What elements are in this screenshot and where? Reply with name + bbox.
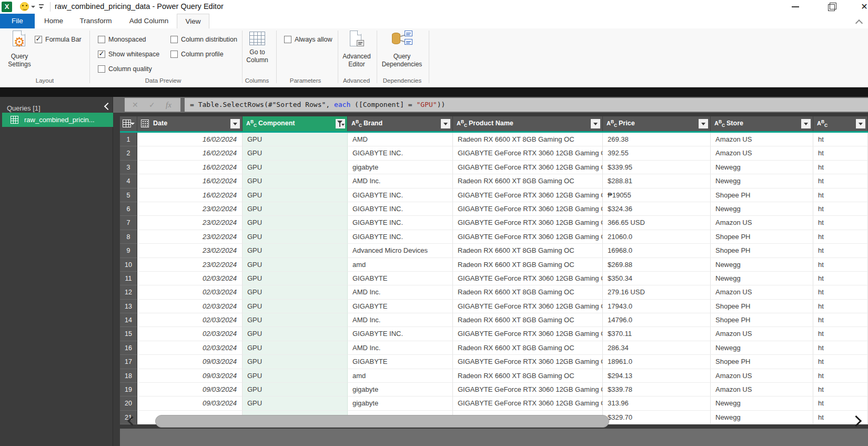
fx-icon[interactable]: fx [166, 98, 171, 112]
cell[interactable]: GPU [243, 216, 348, 230]
cell[interactable]: 14796.0 [603, 313, 711, 327]
cell[interactable]: GIGABYTE GeForce RTX 3060 12GB Gaming OC [453, 230, 603, 244]
cell[interactable]: Shopee PH [711, 189, 813, 202]
cell[interactable]: $350.34 [603, 272, 711, 285]
cell[interactable]: 23/02/2024 [137, 202, 243, 216]
cell[interactable]: AMD Inc. [348, 285, 453, 299]
cell[interactable]: gigabyte [348, 161, 453, 174]
cell[interactable]: gigabyte [348, 383, 453, 397]
cell[interactable]: Amazon US [711, 285, 813, 299]
cell[interactable]: GPU [243, 285, 348, 299]
cell[interactable]: ht [813, 174, 868, 188]
cell[interactable]: 09/03/2024 [137, 397, 243, 410]
cell[interactable]: Newegg [711, 258, 813, 272]
cell[interactable]: 269.38 [603, 133, 711, 146]
checkbox-formula-bar[interactable]: Formula Bar [35, 35, 82, 44]
cell[interactable]: Newegg [711, 174, 813, 188]
cell[interactable]: ht [813, 258, 868, 272]
cell[interactable]: amd [348, 369, 453, 383]
cell[interactable]: ht [813, 285, 868, 299]
horizontal-scrollbar[interactable] [120, 414, 868, 429]
commit-formula-icon[interactable]: ✓ [149, 98, 155, 112]
select-all-corner[interactable] [120, 116, 137, 131]
cell[interactable]: 02/03/2024 [137, 341, 243, 355]
tab-file[interactable]: File [0, 14, 35, 28]
cell[interactable]: 02/03/2024 [137, 272, 243, 285]
cell[interactable]: GPU [243, 397, 348, 410]
cell[interactable]: 23/02/2024 [137, 230, 243, 244]
cell[interactable]: GPU [243, 327, 348, 341]
cell[interactable]: ht [813, 341, 868, 355]
query-item[interactable]: raw_combined_pricin... [2, 113, 113, 127]
row-number[interactable]: 13 [120, 300, 137, 313]
query-dependencies-button[interactable]: Query Dependencies [379, 31, 425, 68]
cell[interactable]: GIGABYTE GeForce RTX 3060 12GB Gaming OC [453, 189, 603, 202]
column-dropdown-button[interactable] [699, 119, 708, 128]
cell[interactable]: 16/02/2024 [137, 161, 243, 174]
cell[interactable]: Radeon RX 6600 XT 8GB Gaming OC [453, 174, 603, 188]
cell[interactable]: 16/02/2024 [137, 146, 243, 160]
row-number[interactable]: 9 [120, 244, 137, 257]
row-number[interactable]: 8 [120, 230, 137, 244]
cell[interactable]: Radeon RX 6600 XT 8GB Gaming OC [453, 341, 603, 355]
column-dropdown-button[interactable] [591, 119, 600, 128]
column-dropdown-button[interactable] [230, 119, 240, 128]
column-dropdown-button[interactable] [441, 119, 450, 128]
cell[interactable]: $370.11 [603, 327, 711, 341]
cell[interactable]: 23/02/2024 [137, 244, 243, 257]
cell[interactable]: ht [813, 369, 868, 383]
cell[interactable]: GIGABYTE GeForce RTX 3060 12GB Gaming OC [453, 327, 603, 341]
checkbox-always-allow[interactable]: Always allow [284, 35, 332, 44]
cell[interactable]: GPU [243, 313, 348, 327]
cell[interactable]: Amazon US [711, 146, 813, 160]
cell[interactable]: 23/02/2024 [137, 258, 243, 272]
cell[interactable]: Newegg [711, 161, 813, 174]
row-number[interactable]: 3 [120, 161, 137, 174]
minimize-button[interactable] [786, 0, 804, 14]
cell[interactable]: GPU [243, 369, 348, 383]
checkbox-column-distribution[interactable]: Column distribution [170, 35, 237, 44]
cell[interactable]: Shopee PH [711, 355, 813, 369]
cell[interactable]: GPU [243, 202, 348, 216]
cell[interactable]: GIGABYTE INC. [348, 216, 453, 230]
column-header-component[interactable]: ABCComponent [243, 116, 348, 131]
cell[interactable]: $324.36 [603, 202, 711, 216]
cell[interactable]: ht [813, 133, 868, 146]
cell[interactable]: $294.13 [603, 369, 711, 383]
cell[interactable]: GIGABYTE GeForce RTX 3060 12GB Gaming OC [453, 216, 603, 230]
cell[interactable]: ht [813, 146, 868, 160]
cell[interactable]: GIGABYTE GeForce RTX 3060 12GB Gaming OC [453, 202, 603, 216]
query-settings-button[interactable]: ⚙ Query Settings [4, 31, 35, 68]
cell[interactable]: 02/03/2024 [137, 285, 243, 299]
tab-transform[interactable]: Transform [74, 14, 118, 28]
formula-input[interactable]: = Table.SelectRows(#"Sorted Rows", each … [185, 98, 868, 112]
cell[interactable]: ht [813, 202, 868, 216]
row-number[interactable]: 14 [120, 313, 137, 327]
cell[interactable]: AMD Inc. [348, 174, 453, 188]
cell[interactable]: 279.16 USD [603, 285, 711, 299]
row-number[interactable]: 19 [120, 383, 137, 397]
row-number[interactable]: 2 [120, 146, 137, 160]
cell[interactable]: AMD Inc. [348, 341, 453, 355]
restore-button[interactable] [822, 0, 840, 14]
cell[interactable]: 09/03/2024 [137, 369, 243, 383]
row-number[interactable]: 7 [120, 216, 137, 230]
cell[interactable]: GIGABYTE GeForce RTX 3060 12GB Gaming OC [453, 300, 603, 313]
cell[interactable]: 18961.0 [603, 355, 711, 369]
filter-button[interactable] [336, 119, 345, 128]
row-number[interactable]: 15 [120, 327, 137, 341]
cell[interactable]: Shopee PH [711, 244, 813, 257]
cell[interactable]: Amazon US [711, 216, 813, 230]
cell[interactable]: GIGABYTE INC. [348, 146, 453, 160]
cell[interactable]: amd [348, 258, 453, 272]
scroll-left-icon[interactable] [126, 415, 135, 427]
cell[interactable]: GIGABYTE GeForce RTX 3060 12GB Gaming OC [453, 272, 603, 285]
row-number[interactable]: 6 [120, 202, 137, 216]
cell[interactable]: GPU [243, 133, 348, 146]
cell[interactable]: gigabyte [348, 397, 453, 410]
advanced-editor-button[interactable]: Advanced Editor [340, 31, 373, 68]
cell[interactable]: ht [813, 300, 868, 313]
checkbox-show-whitespace[interactable]: Show whitespace [98, 50, 159, 58]
cell[interactable]: GIGABYTE GeForce RTX 3060 12GB Gaming OC [453, 161, 603, 174]
cell[interactable]: Radeon RX 6600 XT 8GB Gaming OC [453, 369, 603, 383]
